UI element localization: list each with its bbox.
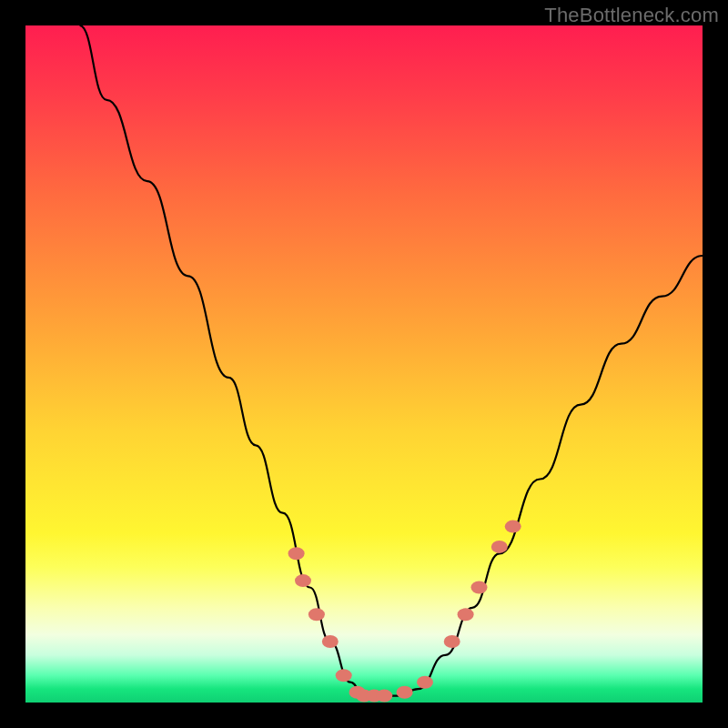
bottleneck-curve bbox=[25, 25, 703, 703]
data-marker bbox=[366, 690, 382, 703]
chart-area bbox=[25, 25, 703, 703]
data-marker bbox=[417, 676, 433, 689]
data-marker bbox=[491, 541, 508, 553]
data-marker bbox=[397, 686, 413, 699]
data-marker bbox=[295, 574, 311, 587]
data-marker bbox=[458, 608, 474, 621]
data-marker bbox=[505, 521, 521, 533]
data-marker bbox=[444, 635, 460, 648]
data-marker bbox=[356, 690, 372, 703]
data-marker bbox=[288, 547, 305, 560]
data-marker bbox=[471, 581, 488, 594]
watermark-text: TheBottleneck.com bbox=[544, 4, 719, 27]
data-marker bbox=[308, 608, 325, 621]
data-marker bbox=[349, 686, 366, 699]
data-marker bbox=[336, 669, 352, 682]
data-marker bbox=[376, 690, 392, 703]
data-marker bbox=[322, 635, 339, 648]
